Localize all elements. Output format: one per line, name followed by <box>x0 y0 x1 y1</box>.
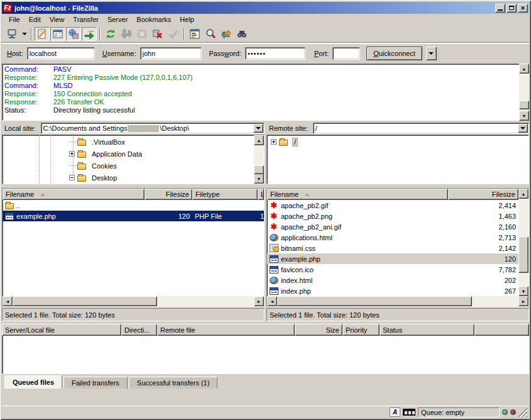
quickconnect-dropdown-button[interactable] <box>426 47 437 60</box>
toggle-remote-tree-button[interactable] <box>66 27 81 41</box>
combo-dropdown-button[interactable] <box>518 124 528 133</box>
scrollbar-thumb[interactable] <box>277 296 472 306</box>
file-row-selected[interactable]: example.php 120 <box>267 253 518 264</box>
file-row[interactable]: apache_pb2.png 1,463 <box>267 211 518 221</box>
scroll-right-button[interactable]: ► <box>254 296 264 306</box>
password-input[interactable] <box>245 47 305 60</box>
scroll-up-button[interactable]: ▲ <box>519 64 529 74</box>
scrollbar-thumb[interactable] <box>519 101 529 109</box>
quickconnect-button[interactable]: Quickconnect <box>366 47 422 60</box>
disconnect-button[interactable] <box>150 27 165 41</box>
scroll-up-button[interactable]: ▲ <box>518 189 528 199</box>
process-queue-button[interactable] <box>119 27 134 41</box>
host-input[interactable] <box>27 47 95 60</box>
scroll-down-button[interactable]: ▼ <box>518 286 528 296</box>
collapse-icon[interactable] <box>69 175 75 180</box>
remote-directory-tree[interactable]: / <box>267 135 528 184</box>
menu-edit[interactable]: Edit <box>25 14 45 25</box>
tab-successful-transfers[interactable]: Successful transfers (1) <box>129 377 218 389</box>
horizontal-splitter[interactable] <box>2 184 4 186</box>
menu-file[interactable]: File <box>4 14 25 25</box>
column-header-filename[interactable]: Filename <box>3 189 145 200</box>
file-row[interactable]: index.html 202 <box>267 275 518 285</box>
find-files-icon <box>236 28 248 40</box>
scroll-down-button[interactable]: ▼ <box>519 111 529 121</box>
file-row[interactable]: bitnami.css 2,142 <box>267 243 518 253</box>
expand-icon[interactable] <box>271 139 276 145</box>
remote-list-scrollbar[interactable]: ▲ ▼ <box>518 189 528 296</box>
local-directory-tree[interactable]: .VirtualBox Application Data Cookies <box>3 135 254 184</box>
transfer-type-indicator[interactable]: A <box>390 407 400 417</box>
toggle-transfer-queue-button[interactable] <box>82 27 97 41</box>
remote-list-hscrollbar[interactable]: ◄ ► <box>267 296 528 306</box>
scroll-down-button[interactable]: ▼ <box>254 174 264 184</box>
column-header-priority[interactable]: Priority <box>342 324 380 336</box>
refresh-button[interactable] <box>103 27 118 41</box>
username-input[interactable] <box>140 47 202 60</box>
scrollbar-thumb[interactable] <box>518 236 528 273</box>
column-header-size[interactable]: Size <box>295 324 342 336</box>
site-manager-dropdown-button[interactable] <box>20 27 28 41</box>
menu-help[interactable]: Help <box>175 14 199 25</box>
file-row[interactable]: apache_pb2.gif 2,414 <box>267 200 518 211</box>
file-row[interactable]: applications.html 2,713 <box>267 232 518 243</box>
minimize-button[interactable] <box>495 4 505 13</box>
menu-transfer[interactable]: Transfer <box>68 14 103 25</box>
reconnect-button[interactable] <box>166 27 181 41</box>
column-header-filetype[interactable]: Filetype <box>192 189 258 200</box>
column-header-filesize[interactable]: Filesize <box>448 189 518 200</box>
file-row[interactable]: .. <box>3 200 264 211</box>
maximize-button[interactable] <box>506 4 517 13</box>
cancel-operation-button[interactable] <box>134 27 150 41</box>
site-manager-button[interactable] <box>4 27 19 41</box>
column-header-lastmodified[interactable]: L <box>258 189 264 200</box>
local-list-hscrollbar[interactable]: ◄ ► <box>3 296 264 306</box>
log-scrollbar[interactable]: ▲ ▼ <box>519 64 529 121</box>
file-row[interactable]: index.php 267 <box>267 285 518 296</box>
column-header-status[interactable]: Status <box>380 324 474 336</box>
tab-failed-transfers[interactable]: Failed transfers <box>63 377 128 389</box>
port-input[interactable] <box>332 47 360 60</box>
queue-list[interactable] <box>2 336 529 374</box>
maximize-icon <box>509 6 514 10</box>
toggle-message-log-button[interactable] <box>35 27 50 41</box>
scroll-left-button[interactable]: ◄ <box>267 296 277 306</box>
speed-limits-icon[interactable] <box>403 409 415 416</box>
column-header-remote-file[interactable]: Remote file <box>157 324 295 336</box>
scrollbar-thumb[interactable] <box>13 296 157 306</box>
titlebar[interactable]: Fz john@localhost - FileZilla ✕ <box>2 2 529 14</box>
tree-item[interactable]: Application Data <box>3 148 254 160</box>
file-row[interactable]: favicon.ico 7,782 <box>267 264 518 275</box>
column-header-filename[interactable]: Filename <box>267 189 448 200</box>
app-icon[interactable]: Fz <box>3 4 12 13</box>
directory-comparison-button[interactable] <box>203 27 218 41</box>
scroll-left-button[interactable]: ◄ <box>3 296 13 306</box>
combo-dropdown-button[interactable] <box>253 124 263 133</box>
expand-icon[interactable] <box>69 151 75 157</box>
local-site-combo[interactable]: C:\Documents and Settings\Desktop\ <box>41 123 265 134</box>
scrollbar-thumb[interactable] <box>254 165 264 174</box>
column-header-filesize[interactable]: Filesize <box>145 189 192 200</box>
local-tree-scrollbar[interactable]: ▲ ▼ <box>254 135 264 184</box>
directory-filters-button[interactable] <box>187 27 202 41</box>
file-row-selected[interactable]: example.php 120 PHP File 1 <box>3 211 264 221</box>
column-header-direction[interactable]: Directi... <box>121 324 157 336</box>
menu-view[interactable]: View <box>45 14 69 25</box>
tab-queued-files[interactable]: Queued files <box>4 375 62 389</box>
file-row[interactable]: apache_pb2_ani.gif 2,160 <box>267 221 518 232</box>
menu-server[interactable]: Server <box>103 14 132 25</box>
scroll-right-button[interactable]: ► <box>518 296 528 306</box>
toggle-local-tree-button[interactable] <box>50 27 65 41</box>
close-button[interactable]: ✕ <box>518 4 528 13</box>
tree-item[interactable]: Cookies <box>3 160 254 172</box>
find-files-button[interactable] <box>234 27 249 41</box>
tree-item[interactable]: .VirtualBox <box>3 136 254 148</box>
menu-bookmarks[interactable]: Bookmarks <box>132 14 175 25</box>
tree-item[interactable]: / <box>267 136 528 148</box>
column-header-server-local-file[interactable]: Server/Local file <box>2 324 121 336</box>
resize-grip[interactable] <box>518 408 527 417</box>
remote-site-combo[interactable]: / <box>313 123 529 134</box>
scroll-up-button[interactable]: ▲ <box>254 135 264 145</box>
tree-item[interactable]: Desktop <box>3 172 254 184</box>
synchronized-browsing-button[interactable] <box>219 27 234 41</box>
